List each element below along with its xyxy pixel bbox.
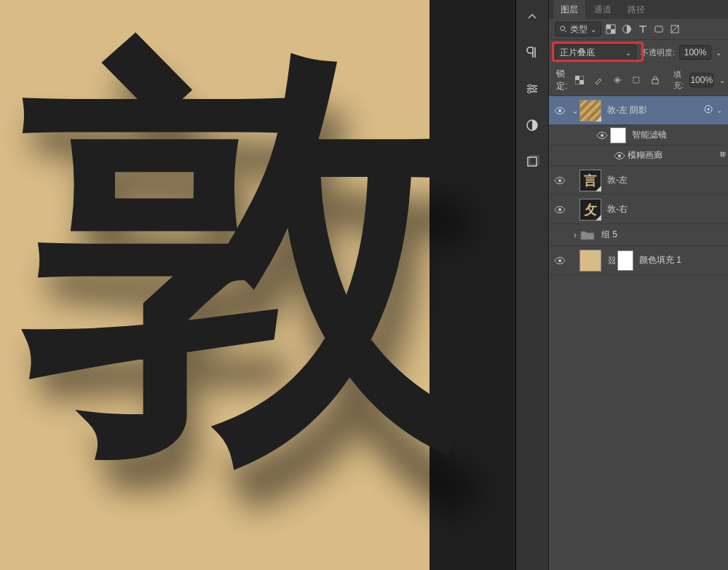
svg-point-23 — [558, 179, 561, 182]
opacity-value[interactable]: 100% — [679, 45, 711, 60]
layer-name[interactable]: 敦-右 — [607, 203, 722, 215]
fill-value[interactable]: 100% — [689, 73, 713, 87]
filter-type-icon[interactable] — [636, 23, 649, 36]
svg-rect-15 — [579, 80, 584, 84]
layer-thumbnail[interactable] — [579, 100, 601, 122]
layer-name[interactable]: 组 5 — [601, 229, 722, 241]
lock-position-icon[interactable] — [611, 74, 624, 87]
layer-list: ⌄ 敦-左 阴影 ⌄ 智能滤镜 模糊画廊 言 敦-左 — [549, 96, 728, 570]
visibility-toggle[interactable] — [549, 205, 571, 214]
collapsed-panel-strip — [515, 0, 549, 570]
blend-mode-select[interactable]: 正片叠底 ⌄ — [555, 44, 636, 60]
svg-point-1 — [533, 87, 536, 90]
filter-effects-icon[interactable] — [703, 104, 713, 116]
layer-thumbnail[interactable]: 攵 — [579, 199, 601, 221]
filter-name[interactable]: 模糊画廊 — [628, 149, 718, 162]
layer-thumbnail[interactable]: 言 — [579, 170, 601, 191]
filter-pixel-icon[interactable] — [604, 23, 617, 36]
filter-kind-label: 类型 — [570, 23, 587, 36]
chevron-down-icon[interactable]: ⌄ — [716, 49, 721, 57]
filter-blend-options-icon[interactable] — [718, 149, 728, 162]
fill-thumbnail[interactable] — [579, 250, 601, 272]
artboard: 敦 敦 — [0, 0, 430, 570]
paragraph-panel-icon[interactable] — [522, 42, 542, 63]
layer-group-row[interactable]: › 组 5 — [549, 224, 728, 246]
svg-point-2 — [528, 90, 531, 93]
blend-mode-value: 正片叠底 — [560, 47, 595, 59]
link-mask-icon[interactable]: ⛓ — [607, 256, 617, 266]
svg-rect-16 — [633, 77, 639, 83]
layer-row[interactable]: ⛓ 颜色填充 1 — [549, 246, 728, 275]
smart-object-badge-icon — [596, 215, 601, 221]
layers-panel: 图层 通道 路径 类型 ⌄ 正片叠底 ⌄ 不透明度: 100% ⌄ 锁定: — [549, 0, 728, 570]
contrast-panel-icon[interactable] — [522, 115, 542, 135]
svg-point-22 — [618, 154, 621, 157]
expand-handle-icon[interactable] — [522, 6, 542, 26]
smart-filters-row[interactable]: 智能滤镜 — [549, 125, 728, 146]
disclosure-toggle[interactable]: › — [571, 230, 579, 240]
adjustments-panel-icon[interactable] — [522, 79, 542, 99]
svg-point-25 — [558, 259, 561, 262]
svg-rect-17 — [652, 79, 658, 84]
libraries-panel-icon[interactable] — [522, 151, 542, 172]
tab-layers[interactable]: 图层 — [553, 0, 585, 19]
lock-all-icon[interactable] — [649, 74, 662, 87]
smart-filters-label: 智能滤镜 — [632, 129, 728, 141]
filter-smart-icon[interactable] — [668, 23, 681, 36]
chevron-down-icon: ⌄ — [590, 25, 596, 33]
chevron-down-icon[interactable]: ⌄ — [719, 76, 725, 84]
document-viewport[interactable]: 敦 敦 — [0, 0, 515, 570]
layer-name[interactable]: 敦-左 阴影 — [607, 104, 703, 116]
blend-mode-row: 正片叠底 ⌄ 不透明度: 100% ⌄ — [549, 40, 728, 65]
layer-name[interactable]: 颜色填充 1 — [639, 254, 722, 266]
visibility-toggle[interactable] — [549, 106, 571, 115]
disclosure-toggle[interactable]: ⌄ — [571, 106, 579, 116]
tab-paths[interactable]: 路径 — [620, 0, 652, 19]
lock-paint-icon[interactable] — [592, 74, 605, 87]
svg-point-21 — [601, 134, 604, 137]
layer-row[interactable]: ⌄ 敦-左 阴影 ⌄ — [549, 96, 728, 125]
layer-row[interactable]: 言 敦-左 — [549, 166, 728, 195]
filter-kind-select[interactable]: 类型 ⌄ — [555, 22, 601, 36]
visibility-toggle[interactable] — [594, 131, 610, 140]
visibility-toggle[interactable] — [549, 256, 571, 265]
lock-transparency-icon[interactable] — [573, 74, 586, 87]
svg-point-18 — [558, 109, 561, 112]
tab-channels[interactable]: 通道 — [587, 0, 619, 19]
lock-artboard-icon[interactable] — [630, 74, 643, 87]
chevron-down-icon[interactable]: ⌄ — [716, 106, 722, 114]
svg-rect-8 — [606, 25, 611, 29]
svg-point-0 — [529, 84, 531, 87]
filter-shape-icon[interactable] — [652, 23, 665, 36]
fill-label: 填充: — [673, 69, 684, 91]
panel-tabs: 图层 通道 路径 — [549, 0, 728, 19]
svg-point-6 — [561, 26, 565, 31]
smart-filter-item[interactable]: 模糊画廊 — [549, 146, 728, 166]
lock-label: 锁定: — [556, 68, 567, 92]
layer-filter-row: 类型 ⌄ — [549, 19, 728, 40]
glyph-main: 敦 — [26, 36, 462, 466]
layer-row[interactable]: 攵 敦-右 — [549, 195, 728, 224]
svg-rect-9 — [611, 29, 615, 33]
lock-row: 锁定: 填充: 100% ⌄ — [549, 65, 728, 96]
svg-rect-14 — [575, 76, 579, 80]
layer-name[interactable]: 敦-左 — [607, 174, 722, 186]
smart-object-badge-icon — [596, 116, 601, 122]
svg-rect-11 — [655, 26, 662, 32]
visibility-toggle[interactable] — [549, 176, 571, 185]
group-icon — [579, 227, 596, 243]
smart-object-badge-icon — [596, 186, 601, 191]
filter-adjust-icon[interactable] — [620, 23, 633, 36]
mask-thumbnail[interactable] — [617, 250, 633, 271]
opacity-label: 不透明度: — [641, 47, 675, 58]
filter-mask-thumbnail[interactable] — [610, 127, 626, 143]
svg-point-24 — [558, 208, 561, 211]
svg-point-20 — [708, 108, 710, 111]
chevron-down-icon: ⌄ — [625, 49, 631, 57]
lock-icons — [573, 74, 662, 87]
visibility-toggle[interactable] — [612, 151, 628, 160]
